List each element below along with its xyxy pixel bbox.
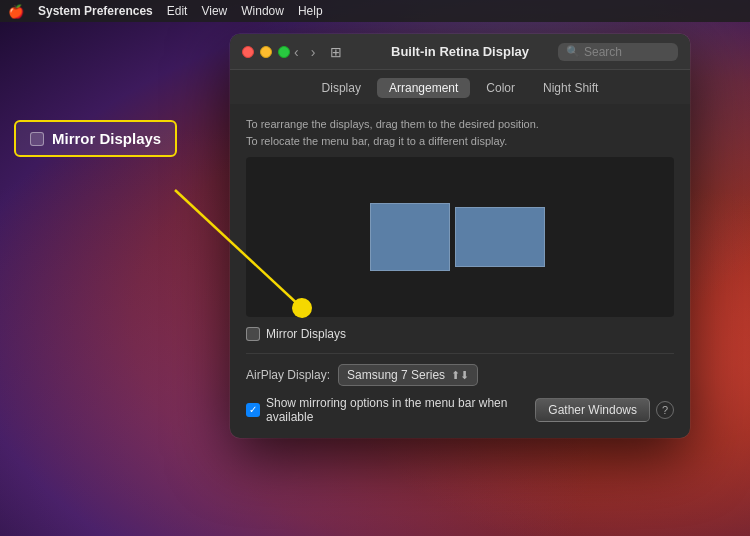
callout-annotation: Mirror Displays xyxy=(14,120,177,157)
help-button[interactable]: ? xyxy=(656,401,674,419)
mirror-displays-checkbox[interactable] xyxy=(246,327,260,341)
menubar: 🍎 System Preferences Edit View Window He… xyxy=(0,0,750,22)
gather-windows-button[interactable]: Gather Windows xyxy=(535,398,650,422)
tab-night-shift[interactable]: Night Shift xyxy=(531,78,610,98)
menubar-app-name[interactable]: System Preferences xyxy=(38,4,153,18)
menubar-window[interactable]: Window xyxy=(241,4,284,18)
callout-checkbox-icon xyxy=(30,132,44,146)
airplay-select-value: Samsung 7 Series xyxy=(347,368,445,382)
instruction-text: To rearrange the displays, drag them to … xyxy=(246,116,674,149)
mirror-displays-row: Mirror Displays xyxy=(246,325,674,343)
divider xyxy=(246,353,674,354)
airplay-select[interactable]: Samsung 7 Series ⬆⬇ xyxy=(338,364,478,386)
mirroring-options-label: Show mirroring options in the menu bar w… xyxy=(266,396,529,424)
monitors-preview xyxy=(370,197,550,277)
checkmark-icon: ✓ xyxy=(249,405,257,415)
system-preferences-window: ‹ › ⊞ Built-in Retina Display 🔍 Search D… xyxy=(230,34,690,438)
forward-button[interactable]: › xyxy=(307,44,320,60)
maximize-button[interactable] xyxy=(278,46,290,58)
airplay-select-arrow-icon: ⬆⬇ xyxy=(451,369,469,382)
tab-bar: Display Arrangement Color Night Shift xyxy=(230,70,690,104)
airplay-row: AirPlay Display: Samsung 7 Series ⬆⬇ xyxy=(246,364,674,386)
apple-menu[interactable]: 🍎 xyxy=(8,4,24,19)
content-area: To rearrange the displays, drag them to … xyxy=(230,104,690,438)
minimize-button[interactable] xyxy=(260,46,272,58)
display-arrangement-area[interactable] xyxy=(246,157,674,317)
airplay-label: AirPlay Display: xyxy=(246,368,330,382)
tab-arrangement[interactable]: Arrangement xyxy=(377,78,470,98)
menubar-help[interactable]: Help xyxy=(298,4,323,18)
search-box[interactable]: 🔍 Search xyxy=(558,43,678,61)
grid-icon[interactable]: ⊞ xyxy=(330,44,342,60)
menubar-view[interactable]: View xyxy=(201,4,227,18)
mirroring-options-row: ✓ Show mirroring options in the menu bar… xyxy=(246,396,674,424)
back-button[interactable]: ‹ xyxy=(290,44,303,60)
menubar-edit[interactable]: Edit xyxy=(167,4,188,18)
tab-color[interactable]: Color xyxy=(474,78,527,98)
mirroring-checkbox[interactable]: ✓ xyxy=(246,403,260,417)
close-button[interactable] xyxy=(242,46,254,58)
callout-text: Mirror Displays xyxy=(52,130,161,147)
traffic-lights xyxy=(242,46,290,58)
mirror-displays-label: Mirror Displays xyxy=(266,327,346,341)
primary-monitor[interactable] xyxy=(370,203,450,271)
nav-buttons: ‹ › xyxy=(290,44,319,60)
tab-display[interactable]: Display xyxy=(310,78,373,98)
titlebar: ‹ › ⊞ Built-in Retina Display 🔍 Search xyxy=(230,34,690,70)
secondary-monitor[interactable] xyxy=(455,207,545,267)
search-icon: 🔍 xyxy=(566,45,580,58)
search-input[interactable]: Search xyxy=(584,45,622,59)
